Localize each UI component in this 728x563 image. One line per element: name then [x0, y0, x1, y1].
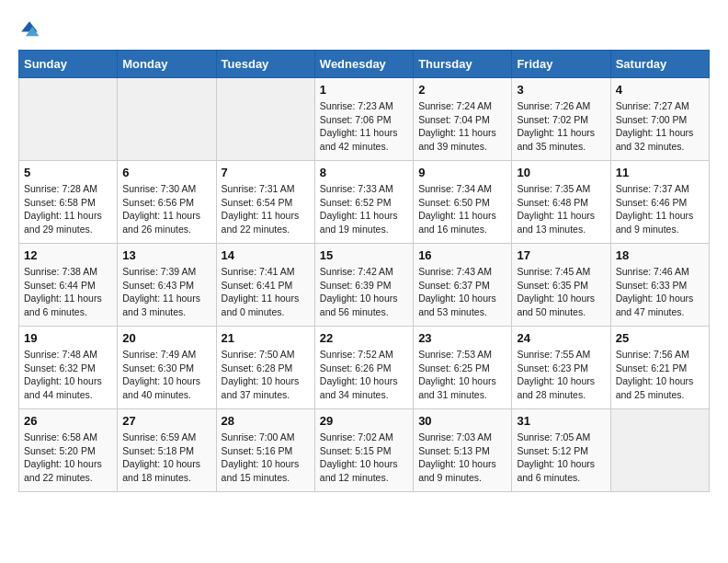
day-info: Sunrise: 7:27 AM Sunset: 7:00 PM Dayligh…: [616, 99, 704, 154]
day-cell: 22Sunrise: 7:52 AM Sunset: 6:26 PM Dayli…: [314, 327, 413, 409]
day-info: Sunrise: 7:00 AM Sunset: 5:16 PM Dayligh…: [222, 431, 310, 485]
day-info: Sunrise: 6:59 AM Sunset: 5:18 PM Dayligh…: [122, 431, 210, 485]
day-number: 7: [222, 166, 310, 179]
day-info: Sunrise: 7:26 AM Sunset: 7:02 PM Dayligh…: [517, 99, 605, 154]
day-info: Sunrise: 7:24 AM Sunset: 7:04 PM Dayligh…: [418, 99, 506, 154]
day-info: Sunrise: 7:34 AM Sunset: 6:50 PM Dayligh…: [418, 182, 506, 236]
day-number: 2: [418, 83, 506, 97]
day-cell: 15Sunrise: 7:42 AM Sunset: 6:39 PM Dayli…: [314, 244, 413, 327]
day-cell: 21Sunrise: 7:50 AM Sunset: 6:28 PM Dayli…: [216, 327, 314, 409]
day-cell: 8Sunrise: 7:33 AM Sunset: 6:52 PM Daylig…: [314, 161, 413, 244]
day-cell: 7Sunrise: 7:31 AM Sunset: 6:54 PM Daylig…: [216, 161, 314, 244]
day-info: Sunrise: 7:30 AM Sunset: 6:56 PM Dayligh…: [122, 182, 210, 236]
week-row-2: 5Sunrise: 7:28 AM Sunset: 6:58 PM Daylig…: [19, 161, 710, 244]
logo: [18, 18, 40, 40]
day-info: Sunrise: 7:48 AM Sunset: 6:32 PM Dayligh…: [24, 348, 112, 402]
day-info: Sunrise: 7:37 AM Sunset: 6:46 PM Dayligh…: [616, 182, 704, 236]
day-cell: 31Sunrise: 7:05 AM Sunset: 5:12 PM Dayli…: [512, 409, 610, 492]
day-cell: 26Sunrise: 6:58 AM Sunset: 5:20 PM Dayli…: [19, 409, 118, 492]
day-number: 1: [320, 83, 408, 97]
day-number: 11: [616, 166, 704, 179]
day-info: Sunrise: 7:39 AM Sunset: 6:43 PM Dayligh…: [122, 265, 210, 319]
day-number: 23: [418, 331, 506, 345]
day-cell: 12Sunrise: 7:38 AM Sunset: 6:44 PM Dayli…: [19, 244, 118, 327]
day-cell: 4Sunrise: 7:27 AM Sunset: 7:00 PM Daylig…: [610, 78, 709, 161]
day-cell: 20Sunrise: 7:49 AM Sunset: 6:30 PM Dayli…: [118, 327, 216, 409]
day-cell: 3Sunrise: 7:26 AM Sunset: 7:02 PM Daylig…: [512, 78, 610, 161]
day-cell: 11Sunrise: 7:37 AM Sunset: 6:46 PM Dayli…: [610, 161, 709, 244]
day-info: Sunrise: 7:46 AM Sunset: 6:33 PM Dayligh…: [616, 265, 704, 319]
day-cell: 28Sunrise: 7:00 AM Sunset: 5:16 PM Dayli…: [216, 409, 314, 492]
day-cell: 9Sunrise: 7:34 AM Sunset: 6:50 PM Daylig…: [414, 161, 512, 244]
day-number: 27: [122, 414, 210, 428]
day-cell: 14Sunrise: 7:41 AM Sunset: 6:41 PM Dayli…: [216, 244, 314, 327]
day-number: 4: [616, 83, 704, 97]
day-number: 19: [24, 331, 112, 345]
week-row-1: 1Sunrise: 7:23 AM Sunset: 7:06 PM Daylig…: [19, 78, 710, 161]
week-row-5: 26Sunrise: 6:58 AM Sunset: 5:20 PM Dayli…: [19, 409, 710, 492]
day-info: Sunrise: 7:31 AM Sunset: 6:54 PM Dayligh…: [222, 182, 310, 236]
day-cell: [118, 78, 216, 161]
svg-marker-0: [21, 21, 38, 31]
day-info: Sunrise: 6:58 AM Sunset: 5:20 PM Dayligh…: [24, 431, 112, 485]
calendar-header: SundayMondayTuesdayWednesdayThursdayFrid…: [19, 51, 710, 78]
weekday-saturday: Saturday: [610, 51, 709, 78]
day-cell: 19Sunrise: 7:48 AM Sunset: 6:32 PM Dayli…: [19, 327, 118, 409]
weekday-header-row: SundayMondayTuesdayWednesdayThursdayFrid…: [19, 51, 710, 78]
day-info: Sunrise: 7:33 AM Sunset: 6:52 PM Dayligh…: [320, 182, 408, 236]
day-number: 6: [122, 166, 210, 179]
day-info: Sunrise: 7:43 AM Sunset: 6:37 PM Dayligh…: [418, 265, 506, 319]
day-cell: 27Sunrise: 6:59 AM Sunset: 5:18 PM Dayli…: [118, 409, 216, 492]
day-info: Sunrise: 7:05 AM Sunset: 5:12 PM Dayligh…: [517, 431, 605, 485]
page-header: [18, 18, 710, 40]
day-info: Sunrise: 7:03 AM Sunset: 5:13 PM Dayligh…: [418, 431, 506, 485]
day-number: 5: [24, 166, 112, 179]
day-number: 9: [418, 166, 506, 179]
day-number: 26: [24, 414, 112, 428]
day-cell: 25Sunrise: 7:56 AM Sunset: 6:21 PM Dayli…: [610, 327, 709, 409]
day-cell: 30Sunrise: 7:03 AM Sunset: 5:13 PM Dayli…: [414, 409, 512, 492]
weekday-monday: Monday: [118, 51, 216, 78]
day-number: 31: [517, 414, 605, 428]
day-number: 22: [320, 331, 408, 345]
day-cell: 6Sunrise: 7:30 AM Sunset: 6:56 PM Daylig…: [118, 161, 216, 244]
day-cell: 10Sunrise: 7:35 AM Sunset: 6:48 PM Dayli…: [512, 161, 610, 244]
week-row-3: 12Sunrise: 7:38 AM Sunset: 6:44 PM Dayli…: [19, 244, 710, 327]
day-info: Sunrise: 7:38 AM Sunset: 6:44 PM Dayligh…: [24, 265, 112, 319]
day-cell: 5Sunrise: 7:28 AM Sunset: 6:58 PM Daylig…: [19, 161, 118, 244]
day-cell: [19, 78, 118, 161]
day-number: 20: [122, 331, 210, 345]
day-number: 29: [320, 414, 408, 428]
weekday-thursday: Thursday: [414, 51, 512, 78]
day-info: Sunrise: 7:35 AM Sunset: 6:48 PM Dayligh…: [517, 182, 605, 236]
day-info: Sunrise: 7:23 AM Sunset: 7:06 PM Dayligh…: [320, 99, 408, 154]
day-info: Sunrise: 7:41 AM Sunset: 6:41 PM Dayligh…: [222, 265, 310, 319]
day-cell: [216, 78, 314, 161]
calendar-table: SundayMondayTuesdayWednesdayThursdayFrid…: [18, 50, 710, 492]
day-number: 30: [418, 414, 506, 428]
day-info: Sunrise: 7:56 AM Sunset: 6:21 PM Dayligh…: [616, 348, 704, 402]
day-number: 14: [222, 248, 310, 262]
day-number: 12: [24, 248, 112, 262]
day-cell: 17Sunrise: 7:45 AM Sunset: 6:35 PM Dayli…: [512, 244, 610, 327]
day-number: 10: [517, 166, 605, 179]
day-cell: 29Sunrise: 7:02 AM Sunset: 5:15 PM Dayli…: [314, 409, 413, 492]
day-info: Sunrise: 7:53 AM Sunset: 6:25 PM Dayligh…: [418, 348, 506, 402]
day-number: 28: [222, 414, 310, 428]
day-cell: 1Sunrise: 7:23 AM Sunset: 7:06 PM Daylig…: [314, 78, 413, 161]
day-cell: 18Sunrise: 7:46 AM Sunset: 6:33 PM Dayli…: [610, 244, 709, 327]
day-info: Sunrise: 7:52 AM Sunset: 6:26 PM Dayligh…: [320, 348, 408, 402]
day-number: 8: [320, 166, 408, 179]
day-number: 15: [320, 248, 408, 262]
day-cell: 16Sunrise: 7:43 AM Sunset: 6:37 PM Dayli…: [414, 244, 512, 327]
calendar-body: 1Sunrise: 7:23 AM Sunset: 7:06 PM Daylig…: [19, 78, 710, 492]
day-info: Sunrise: 7:28 AM Sunset: 6:58 PM Dayligh…: [24, 182, 112, 236]
weekday-sunday: Sunday: [19, 51, 118, 78]
day-number: 16: [418, 248, 506, 262]
day-cell: 24Sunrise: 7:55 AM Sunset: 6:23 PM Dayli…: [512, 327, 610, 409]
logo-icon: [18, 18, 40, 40]
day-number: 21: [222, 331, 310, 345]
day-info: Sunrise: 7:50 AM Sunset: 6:28 PM Dayligh…: [222, 348, 310, 402]
day-info: Sunrise: 7:45 AM Sunset: 6:35 PM Dayligh…: [517, 265, 605, 319]
day-number: 25: [616, 331, 704, 345]
